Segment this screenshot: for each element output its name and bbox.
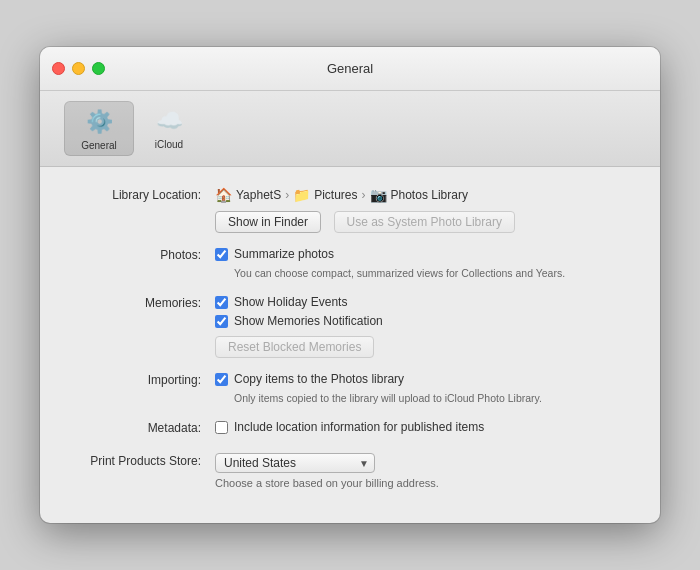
photos-label: Photos: xyxy=(70,247,215,262)
tab-general[interactable]: ⚙️ General xyxy=(64,101,134,156)
print-store-value: United StatesCanadaUnited KingdomAustral… xyxy=(215,453,630,489)
memories-notification-label[interactable]: Show Memories Notification xyxy=(234,314,383,328)
holiday-events-label[interactable]: Show Holiday Events xyxy=(234,295,347,309)
summarize-label[interactable]: Summarize photos xyxy=(234,247,334,261)
memories-value: Show Holiday Events Show Memories Notifi… xyxy=(215,295,630,358)
metadata-value: Include location information for publish… xyxy=(215,420,630,439)
general-icon: ⚙️ xyxy=(83,106,115,138)
photos-library-icon: 📷 xyxy=(370,187,387,203)
main-window: General ⚙️ General ☁️ iCloud Library Loc… xyxy=(40,47,660,522)
photos-value: Summarize photos You can choose compact,… xyxy=(215,247,630,281)
copy-items-hint: Only items copied to the library will up… xyxy=(234,391,630,406)
library-buttons: Show in Finder Use as System Photo Libra… xyxy=(215,211,630,233)
breadcrumb-sep-1: › xyxy=(285,188,289,202)
window-title: General xyxy=(327,61,373,76)
folder-icon: 📁 xyxy=(293,187,310,203)
print-store-label: Print Products Store: xyxy=(70,453,215,468)
reset-blocked-memories-button[interactable]: Reset Blocked Memories xyxy=(215,336,374,358)
copy-items-label[interactable]: Copy items to the Photos library xyxy=(234,372,404,386)
store-hint: Choose a store based on your billing add… xyxy=(215,477,630,489)
maximize-button[interactable] xyxy=(92,62,105,75)
tab-icloud-label: iCloud xyxy=(155,139,183,150)
summarize-row: Summarize photos xyxy=(215,247,630,261)
store-select[interactable]: United StatesCanadaUnited KingdomAustral… xyxy=(215,453,375,473)
copy-items-checkbox[interactable] xyxy=(215,373,228,386)
metadata-label: Metadata: xyxy=(70,420,215,435)
titlebar: General xyxy=(40,47,660,91)
icloud-icon: ☁️ xyxy=(153,105,185,137)
library-location-value: 🏠 YaphetS › 📁 Pictures › 📷 Photos Librar… xyxy=(215,187,630,233)
minimize-button[interactable] xyxy=(72,62,85,75)
memories-row: Memories: Show Holiday Events Show Memor… xyxy=(70,295,630,358)
breadcrumb-photos-library: Photos Library xyxy=(391,188,468,202)
tab-general-label: General xyxy=(81,140,117,151)
importing-label: Importing: xyxy=(70,372,215,387)
copy-items-row: Copy items to the Photos library xyxy=(215,372,630,386)
photos-row: Photos: Summarize photos You can choose … xyxy=(70,247,630,281)
reset-blocked-wrap: Reset Blocked Memories xyxy=(215,336,630,358)
memories-label: Memories: xyxy=(70,295,215,310)
library-location-row: Library Location: 🏠 YaphetS › 📁 Pictures… xyxy=(70,187,630,233)
holiday-events-row: Show Holiday Events xyxy=(215,295,630,309)
library-location-label: Library Location: xyxy=(70,187,215,202)
toolbar: ⚙️ General ☁️ iCloud xyxy=(40,91,660,167)
breadcrumb-pictures: Pictures xyxy=(314,188,357,202)
breadcrumb-home: YaphetS xyxy=(236,188,281,202)
print-store-row: Print Products Store: United StatesCanad… xyxy=(70,453,630,489)
location-info-checkbox[interactable] xyxy=(215,421,228,434)
use-as-system-photo-library-button[interactable]: Use as System Photo Library xyxy=(334,211,515,233)
traffic-lights xyxy=(52,62,105,75)
close-button[interactable] xyxy=(52,62,65,75)
memories-notification-row: Show Memories Notification xyxy=(215,314,630,328)
holiday-events-checkbox[interactable] xyxy=(215,296,228,309)
summarize-hint: You can choose compact, summarized views… xyxy=(234,266,630,281)
tab-icloud[interactable]: ☁️ iCloud xyxy=(134,101,204,156)
location-info-row: Include location information for publish… xyxy=(215,420,630,434)
location-info-label[interactable]: Include location information for publish… xyxy=(234,420,484,434)
breadcrumb: 🏠 YaphetS › 📁 Pictures › 📷 Photos Librar… xyxy=(215,187,630,203)
show-in-finder-button[interactable]: Show in Finder xyxy=(215,211,321,233)
metadata-row: Metadata: Include location information f… xyxy=(70,420,630,439)
store-select-container: United StatesCanadaUnited KingdomAustral… xyxy=(215,453,375,473)
importing-value: Copy items to the Photos library Only it… xyxy=(215,372,630,406)
summarize-checkbox[interactable] xyxy=(215,248,228,261)
home-icon: 🏠 xyxy=(215,187,232,203)
settings-content: Library Location: 🏠 YaphetS › 📁 Pictures… xyxy=(40,167,660,522)
breadcrumb-sep-2: › xyxy=(362,188,366,202)
importing-row: Importing: Copy items to the Photos libr… xyxy=(70,372,630,406)
memories-notification-checkbox[interactable] xyxy=(215,315,228,328)
